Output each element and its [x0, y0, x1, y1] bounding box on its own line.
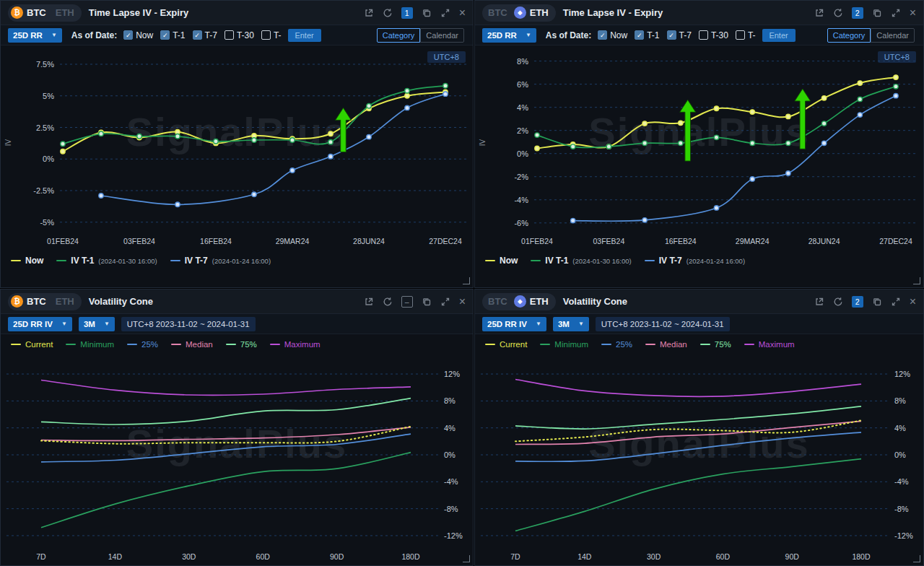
expand-icon[interactable]: [891, 8, 901, 18]
category-view-button[interactable]: Category: [827, 28, 871, 43]
coin-tab-btc[interactable]: BTC: [485, 296, 507, 307]
as-of-checkbox-now[interactable]: ✓Now: [123, 30, 153, 40]
close-icon[interactable]: ×: [459, 7, 466, 19]
checkbox-unchecked-icon[interactable]: [699, 30, 708, 40]
legend-item-current[interactable]: Current: [11, 340, 53, 349]
window-number-badge[interactable]: –: [401, 296, 413, 308]
legend-item-minimum[interactable]: Minimum: [540, 340, 588, 349]
date-range-label: UTC+8 2023-11-02 ~ 2024-01-31: [596, 317, 730, 331]
legend-item-25[interactable]: 25%: [127, 340, 158, 349]
refresh-icon[interactable]: [833, 8, 843, 18]
coin-label-btc: BTC: [27, 7, 46, 18]
coin-tab-eth[interactable]: ◆ ETH: [514, 295, 549, 308]
svg-text:IV: IV: [479, 139, 487, 146]
duplicate-icon[interactable]: [422, 8, 432, 18]
as-of-checkbox-t[interactable]: T-: [736, 30, 756, 40]
checkbox-unchecked-icon[interactable]: [736, 30, 745, 40]
metric-dropdown[interactable]: 25D RR IV ▼: [482, 317, 546, 331]
eth-icon: ◆: [514, 6, 526, 19]
coin-toggle[interactable]: ₿ BTC ETH: [8, 293, 82, 310]
chart-area: SignalPlus 12%8%4%0%-4%-8%-12%7D14D30D60…: [475, 354, 923, 565]
svg-text:2%: 2%: [517, 126, 528, 135]
coin-tab-btc[interactable]: ₿ BTC: [11, 6, 46, 19]
close-icon[interactable]: ×: [459, 296, 466, 308]
refresh-icon[interactable]: [383, 297, 393, 307]
calendar-view-button[interactable]: Calendar: [871, 28, 915, 43]
checkbox-checked-icon[interactable]: ✓: [160, 30, 170, 40]
resize-handle[interactable]: [463, 555, 470, 562]
legend-item-median[interactable]: Median: [645, 340, 687, 349]
period-dropdown[interactable]: 3M ▼: [79, 317, 115, 331]
resize-handle[interactable]: [913, 277, 920, 284]
legend-item-75[interactable]: 75%: [226, 340, 257, 349]
expand-icon[interactable]: [891, 297, 901, 307]
legend-item-iv-t-1[interactable]: IV T-1(2024-01-30 16:00): [531, 256, 631, 266]
legend-dash-icon: [171, 344, 181, 345]
legend-item-now[interactable]: Now: [11, 256, 43, 266]
checkbox-checked-icon[interactable]: ✓: [123, 30, 133, 40]
window-number-badge[interactable]: 2: [852, 296, 863, 308]
metric-dropdown[interactable]: 25D RR IV ▼: [8, 317, 72, 331]
external-link-icon[interactable]: [814, 297, 824, 307]
external-link-icon[interactable]: [364, 297, 374, 307]
expand-icon[interactable]: [440, 8, 450, 18]
category-view-button[interactable]: Category: [377, 28, 421, 43]
coin-tab-eth[interactable]: ETH: [53, 296, 74, 307]
window-number-badge[interactable]: 1: [401, 7, 413, 19]
as-of-checkbox-now[interactable]: ✓Now: [598, 30, 627, 40]
checkbox-label: T-1: [173, 30, 185, 40]
refresh-icon[interactable]: [833, 297, 843, 307]
legend-item-current[interactable]: Current: [485, 340, 527, 349]
coin-toggle[interactable]: BTC ◆ ETH: [482, 4, 556, 22]
refresh-icon[interactable]: [383, 8, 393, 18]
resize-handle[interactable]: [913, 555, 920, 562]
as-of-checkbox-t[interactable]: T-: [261, 30, 282, 40]
as-of-checkbox-t-7[interactable]: ✓T-7: [667, 30, 692, 40]
external-link-icon[interactable]: [814, 8, 824, 18]
calendar-view-button[interactable]: Calendar: [420, 28, 464, 43]
external-link-icon[interactable]: [364, 8, 374, 18]
close-icon[interactable]: ×: [910, 296, 916, 308]
duplicate-icon[interactable]: [872, 8, 882, 18]
duplicate-icon[interactable]: [422, 297, 432, 307]
metric-dropdown[interactable]: 25D RR ▼: [482, 28, 536, 43]
legend-item-maximum[interactable]: Maximum: [744, 340, 795, 349]
legend-item-now[interactable]: Now: [485, 256, 518, 266]
legend-item-iv-t-7[interactable]: IV T-7(2024-01-24 16:00): [645, 256, 745, 266]
window-number-badge[interactable]: 2: [852, 7, 863, 19]
checkbox-checked-icon[interactable]: ✓: [667, 30, 676, 40]
legend-item-75[interactable]: 75%: [700, 340, 731, 349]
coin-tab-btc[interactable]: ₿ BTC: [11, 295, 46, 308]
checkbox-unchecked-icon[interactable]: [261, 30, 271, 40]
legend-item-25[interactable]: 25%: [601, 340, 632, 349]
as-of-checkbox-t-30[interactable]: T-30: [699, 30, 728, 40]
checkbox-unchecked-icon[interactable]: [225, 30, 234, 40]
legend-item-iv-t-1[interactable]: IV T-1(2024-01-30 16:00): [56, 256, 157, 266]
panel-toolbar: 25D RR ▼ As of Date: ✓Now✓T-1✓T-7T-30T- …: [475, 25, 923, 45]
date-enter-input[interactable]: Enter: [762, 29, 796, 42]
period-dropdown[interactable]: 3M ▼: [553, 317, 589, 331]
as-of-checkbox-t-30[interactable]: T-30: [225, 30, 254, 40]
checkbox-checked-icon[interactable]: ✓: [193, 30, 202, 40]
as-of-checkbox-t-7[interactable]: ✓T-7: [193, 30, 217, 40]
coin-tab-eth[interactable]: ETH: [53, 7, 74, 18]
coin-tab-eth[interactable]: ◆ ETH: [514, 6, 549, 19]
legend-item-median[interactable]: Median: [171, 340, 213, 349]
checkbox-checked-icon[interactable]: ✓: [635, 30, 644, 40]
resize-handle[interactable]: [463, 277, 470, 284]
expand-icon[interactable]: [440, 297, 450, 307]
legend-item-iv-t-7[interactable]: IV T-7(2024-01-24 16:00): [170, 256, 271, 266]
coin-tab-btc[interactable]: BTC: [485, 7, 507, 18]
close-icon[interactable]: ×: [910, 7, 916, 19]
legend-item-minimum[interactable]: Minimum: [66, 340, 114, 349]
date-enter-input[interactable]: Enter: [288, 29, 321, 42]
legend-item-maximum[interactable]: Maximum: [270, 340, 321, 349]
as-of-checkbox-t-1[interactable]: ✓T-1: [160, 30, 185, 40]
coin-toggle[interactable]: BTC ◆ ETH: [482, 293, 556, 310]
coin-toggle[interactable]: ₿ BTC ETH: [8, 4, 82, 22]
metric-dropdown[interactable]: 25D RR ▼: [8, 28, 62, 43]
duplicate-icon[interactable]: [872, 297, 882, 307]
checkbox-checked-icon[interactable]: ✓: [598, 30, 607, 40]
as-of-checkbox-t-1[interactable]: ✓T-1: [635, 30, 659, 40]
checkbox-label: Now: [136, 30, 153, 40]
